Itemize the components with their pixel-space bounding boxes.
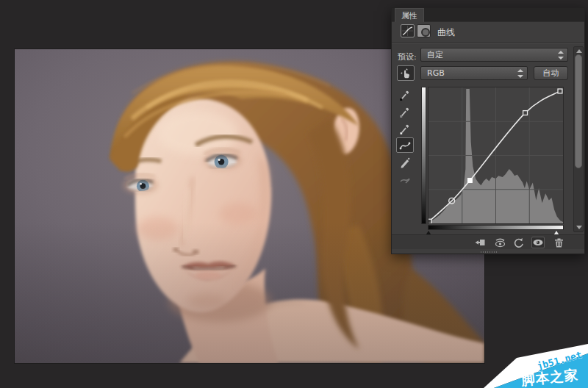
panel-resize-grip[interactable]: [481, 251, 498, 253]
delete-button[interactable]: [552, 237, 565, 248]
curves-glyph: [401, 25, 414, 37]
curve-point-square-filled[interactable]: [467, 179, 472, 183]
curve-graph[interactable]: [428, 87, 564, 224]
panel-scrollbar[interactable]: [573, 46, 584, 232]
watermark-graphic: jb51.net 脚本之家: [476, 338, 588, 388]
clip-to-layer-icon: [474, 237, 486, 248]
targeted-adjustment-tool[interactable]: [397, 65, 415, 81]
black-point-eyedropper[interactable]: [396, 87, 414, 102]
adjustment-row: 曲线: [392, 22, 584, 42]
input-levels-gradient: [428, 225, 564, 230]
eyedropper-gray-icon: [399, 106, 411, 118]
white-point-eyedropper[interactable]: [396, 121, 414, 136]
pencil-icon: [399, 157, 411, 168]
scroll-up-icon[interactable]: [576, 49, 582, 53]
layer-mask-icon[interactable]: [417, 24, 431, 37]
properties-panel: 属性 曲线 预设: 自定 RGB: [391, 7, 585, 254]
curve-points-icon: [399, 140, 411, 151]
smooth-curve-icon: [399, 173, 411, 185]
divider: [392, 42, 584, 43]
eye-icon: [532, 238, 544, 247]
preset-value: 自定: [427, 50, 443, 60]
scroll-down-icon[interactable]: [576, 226, 582, 229]
visibility-button[interactable]: [531, 237, 545, 248]
reset-arrow-icon: [512, 237, 524, 248]
curve-point-square-open[interactable]: [429, 219, 431, 223]
scrollbar-thumb[interactable]: [575, 54, 582, 168]
panel-header: 属性: [392, 8, 584, 22]
dropdown-stepper-icon: [558, 51, 564, 60]
channel-value: RGB: [427, 68, 445, 78]
trash-icon: [553, 237, 564, 248]
reset-button[interactable]: [512, 237, 525, 248]
curve-point-square-open[interactable]: [558, 89, 562, 93]
tab-properties[interactable]: 属性: [395, 8, 424, 22]
eye-arrow-icon: [494, 237, 506, 248]
curve-point-square-open[interactable]: [523, 111, 528, 115]
view-previous-state-button[interactable]: [493, 237, 506, 248]
draw-curve-pencil-tool[interactable]: [396, 154, 414, 170]
site-watermark: jb51.net 脚本之家: [476, 338, 588, 388]
preset-dropdown[interactable]: 自定: [420, 48, 568, 62]
smooth-curve-tool[interactable]: [396, 171, 414, 187]
edit-curve-points-tool[interactable]: [396, 137, 414, 153]
channel-dropdown[interactable]: RGB: [420, 66, 528, 80]
panel-bottom-toolbar: [392, 234, 584, 249]
eyedropper-black-icon: [399, 89, 411, 101]
curve-graph-svg[interactable]: [429, 87, 563, 223]
adjustment-title: 曲线: [437, 26, 455, 39]
preset-label: 预设:: [398, 51, 417, 62]
hand-icon: [400, 68, 412, 79]
clip-to-layer-button[interactable]: [473, 237, 487, 248]
curves-adjustment-icon[interactable]: [401, 24, 415, 37]
photoshop-workspace: 属性 曲线 预设: 自定 RGB: [0, 0, 588, 388]
gray-point-eyedropper[interactable]: [396, 104, 414, 119]
eyedropper-white-icon: [399, 123, 411, 134]
dropdown-stepper-icon: [517, 69, 524, 78]
output-levels-gradient: [421, 87, 426, 224]
auto-button[interactable]: 自动: [534, 66, 568, 80]
